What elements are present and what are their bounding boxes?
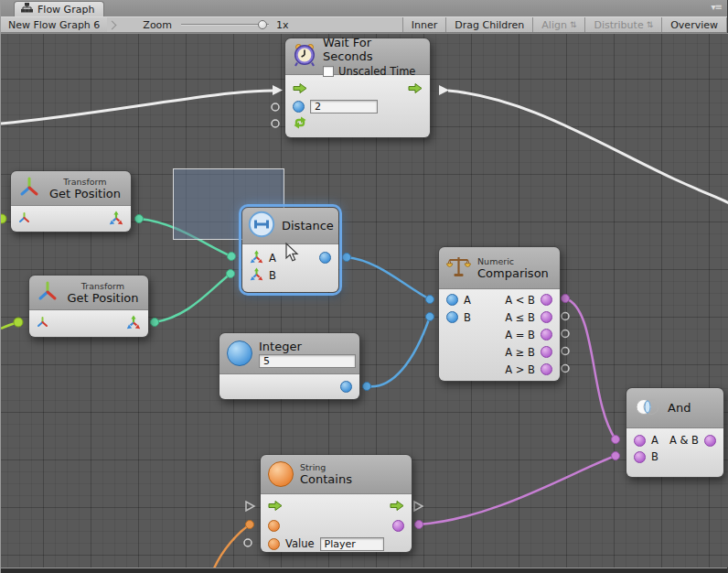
node-header[interactable]: Transform Get Position [29,276,148,310]
wire-getposition2-to-distance-b[interactable] [155,274,230,322]
string-target-port[interactable] [268,520,280,532]
loop-icon[interactable] [293,116,307,132]
node-numeric-comparison[interactable]: Numeric Comparison A A < B B A ≤ B [438,246,561,382]
empty-port-circle[interactable] [562,348,569,355]
comparison-input-b-port[interactable] [446,311,458,323]
seconds-port[interactable] [293,101,305,113]
distance-icon [248,211,275,241]
node-get-position-2[interactable]: Transform Get Position [28,275,149,338]
graph-canvas[interactable]: Wait For Seconds Unscaled Time [1,33,728,568]
connection-dot[interactable] [343,254,351,262]
flow-graph-window: Flow Graph ▾≡ New Flow Graph 6 Zoom 1x I… [0,0,728,573]
empty-port-circle[interactable] [562,330,569,338]
zoom-slider-knob[interactable] [258,20,267,29]
connection-dot[interactable] [135,215,144,223]
wire-contains-to-and-b[interactable] [419,456,616,524]
integer-output-port[interactable] [340,381,352,393]
seconds-input[interactable] [310,100,378,114]
connection-dot[interactable] [612,436,620,444]
wire-string-input[interactable] [214,524,250,568]
node-header[interactable]: Distance [242,208,338,244]
node-integer[interactable]: Integer [219,332,360,400]
flow-out-arrowhead [439,85,449,95]
comparison-output-port-0[interactable] [541,294,552,306]
overview-button[interactable]: Overview [661,17,727,32]
node-header[interactable]: Integer [219,333,359,374]
node-header[interactable]: Wait For Seconds Unscaled Time [285,38,430,75]
comparison-input-a-port[interactable] [446,294,458,306]
comparison-output-port-4[interactable] [541,363,552,375]
distance-output-port[interactable] [319,252,331,264]
connection-dot[interactable] [612,452,620,460]
comparison-output-port-2[interactable] [541,329,552,341]
connection-dot[interactable] [227,270,235,278]
node-header[interactable]: And [626,388,723,428]
empty-flow-triangle[interactable] [246,502,254,511]
vector3-input-a-icon[interactable] [250,250,263,266]
node-body: A A < B B A ≤ B A = B [439,289,560,381]
vector3-output-port[interactable] [126,315,141,332]
node-string-contains[interactable]: String Contains Value [260,454,412,553]
wire-integer-to-comparison-b[interactable] [367,317,430,386]
and-output-label: A & B [669,434,699,447]
wire-flow-in[interactable] [1,91,273,124]
connection-dot[interactable] [562,295,570,303]
empty-flow-triangle[interactable] [414,502,423,511]
tab-menu-icon[interactable]: ▾≡ [712,2,722,12]
flow-out-port[interactable] [390,500,404,514]
and-input-b-port[interactable] [634,451,646,463]
tab-flow-graph[interactable]: Flow Graph [14,1,104,16]
flow-in-port[interactable] [268,500,283,514]
transform-input-port[interactable] [18,212,30,226]
node-header[interactable]: String Contains [261,455,412,494]
zoom-slider-track[interactable] [181,24,269,26]
align-button[interactable]: Align⇅ [532,17,584,32]
connection-dot[interactable] [246,521,254,529]
wire-flow-out[interactable] [448,91,728,204]
contains-result-port[interactable] [392,520,404,532]
unscaled-time-checkbox[interactable] [323,66,334,77]
value-input[interactable] [320,537,384,551]
connection-dot[interactable] [1,214,6,223]
connection-dot[interactable] [14,318,23,327]
vector3-output-port[interactable] [109,211,123,228]
empty-port-circle[interactable] [562,365,569,373]
flow-in-port[interactable] [293,82,307,97]
output-label-0: A < B [505,294,535,307]
breadcrumb[interactable]: New Flow Graph 6 [1,17,107,32]
connection-dot[interactable] [426,313,434,321]
distribute-button[interactable]: Distribute⇅ [584,17,661,32]
wire-comparison-to-and-a[interactable] [565,298,616,439]
connection-dot[interactable] [415,521,423,529]
wire-distance-to-comparison-a[interactable] [347,257,430,299]
drag-children-button[interactable]: Drag Children [445,17,532,32]
node-and[interactable]: And A A & B B [626,387,724,478]
node-body: Value [261,494,412,552]
node-wait-for-seconds[interactable]: Wait For Seconds Unscaled Time [284,38,431,138]
flow-out-port[interactable] [408,82,423,97]
integer-input[interactable] [259,354,356,368]
value-label: Value [285,537,315,550]
transform-input-port[interactable] [37,317,48,330]
node-get-position-1[interactable]: Transform Get Position [10,170,132,232]
empty-port-circle[interactable] [244,539,252,546]
comparison-output-port-3[interactable] [541,346,552,358]
value-port[interactable] [268,538,280,550]
breadcrumb-chevron-icon [108,20,117,29]
and-input-a-port[interactable] [634,435,646,447]
connection-dot[interactable] [426,296,434,304]
connection-dot[interactable] [363,383,371,391]
inner-button[interactable]: Inner [402,17,445,32]
wire-transform-input[interactable] [1,322,18,329]
empty-port-circle[interactable] [272,103,279,111]
empty-port-circle[interactable] [562,313,569,320]
connection-dot[interactable] [228,253,236,261]
comparison-output-port-1[interactable] [541,311,552,323]
empty-port-circle[interactable] [272,120,279,127]
node-header[interactable]: Transform Get Position [11,171,131,206]
node-header[interactable]: Numeric Comparison [439,247,560,289]
and-output-port[interactable] [704,435,716,447]
vector3-input-b-icon[interactable] [250,267,263,284]
zoom-slider[interactable] [181,18,269,31]
connection-dot[interactable] [151,319,159,327]
